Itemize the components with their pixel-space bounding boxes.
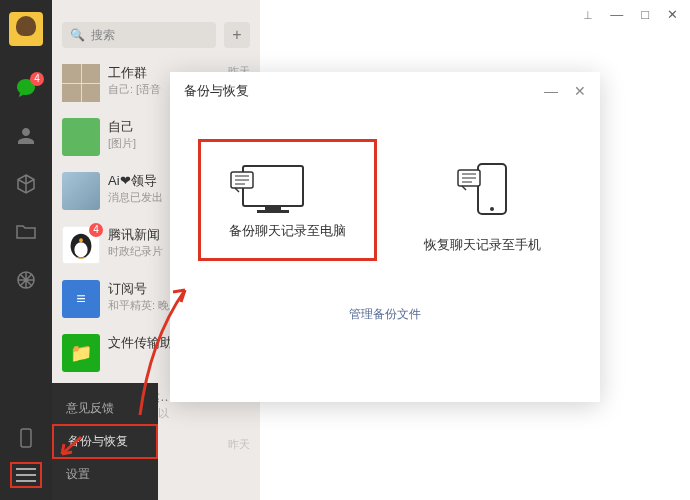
dialog-header: 备份与恢复 — ✕ (170, 72, 600, 110)
chat-time: 昨天 (228, 437, 250, 455)
chat-badge: 4 (30, 72, 44, 86)
pin-button[interactable]: ⟂ (584, 7, 592, 22)
menu-settings[interactable]: 设置 (52, 459, 158, 490)
backup-to-computer-option[interactable]: 备份聊天记录至电脑 (229, 160, 346, 254)
menu-backup-restore[interactable]: 备份与恢复 (52, 424, 158, 459)
menu-icon[interactable] (16, 468, 36, 482)
menu-button-highlight (10, 462, 42, 488)
chat-avatar (62, 118, 100, 156)
more-menu: 意见反馈 备份与恢复 设置 (52, 383, 158, 500)
search-input[interactable]: 🔍 搜索 (62, 22, 216, 48)
menu-feedback[interactable]: 意见反馈 (52, 393, 158, 424)
chat-avatar: 📁 (62, 334, 100, 372)
backup-option-label: 备份聊天记录至电脑 (229, 222, 346, 240)
left-sidebar: 4 (0, 0, 52, 500)
chat-avatar: ≡ (62, 280, 100, 318)
chat-icon[interactable]: 4 (14, 76, 38, 100)
svg-rect-1 (21, 429, 31, 447)
maximize-button[interactable]: □ (641, 7, 649, 22)
phone-icon (454, 160, 512, 218)
chat-avatar (62, 172, 100, 210)
close-button[interactable]: ✕ (667, 7, 678, 22)
minimize-button[interactable]: — (610, 7, 623, 22)
phone-icon[interactable] (14, 426, 38, 450)
user-avatar[interactable] (9, 12, 43, 46)
search-placeholder: 搜索 (91, 27, 115, 44)
dialog-title: 备份与恢复 (184, 82, 249, 100)
search-row: 🔍 搜索 + (52, 0, 260, 56)
svg-rect-7 (257, 210, 289, 213)
chat-avatar: 4 (62, 226, 100, 264)
unread-badge: 4 (89, 223, 103, 237)
svg-point-3 (74, 242, 87, 257)
dialog-close-button[interactable]: ✕ (574, 83, 586, 99)
svg-point-4 (79, 238, 83, 242)
manage-backups-link[interactable]: 管理备份文件 (349, 307, 421, 321)
restore-to-phone-option[interactable]: 恢复聊天记录至手机 (424, 160, 541, 254)
monitor-icon (229, 160, 307, 218)
cube-icon[interactable] (14, 172, 38, 196)
contacts-icon[interactable] (14, 124, 38, 148)
folder-icon[interactable] (14, 220, 38, 244)
restore-option-label: 恢复聊天记录至手机 (424, 236, 541, 254)
chat-avatar (62, 64, 100, 102)
moments-icon[interactable] (14, 268, 38, 292)
svg-rect-6 (265, 206, 281, 210)
backup-option-highlight: 备份聊天记录至电脑 (198, 139, 377, 261)
svg-point-13 (490, 207, 494, 211)
search-icon: 🔍 (70, 28, 85, 42)
svg-rect-12 (478, 164, 506, 214)
dialog-minimize-button[interactable]: — (544, 83, 558, 99)
add-button[interactable]: + (224, 22, 250, 48)
backup-restore-dialog: 备份与恢复 — ✕ 备份聊天记录至电脑 (170, 72, 600, 402)
